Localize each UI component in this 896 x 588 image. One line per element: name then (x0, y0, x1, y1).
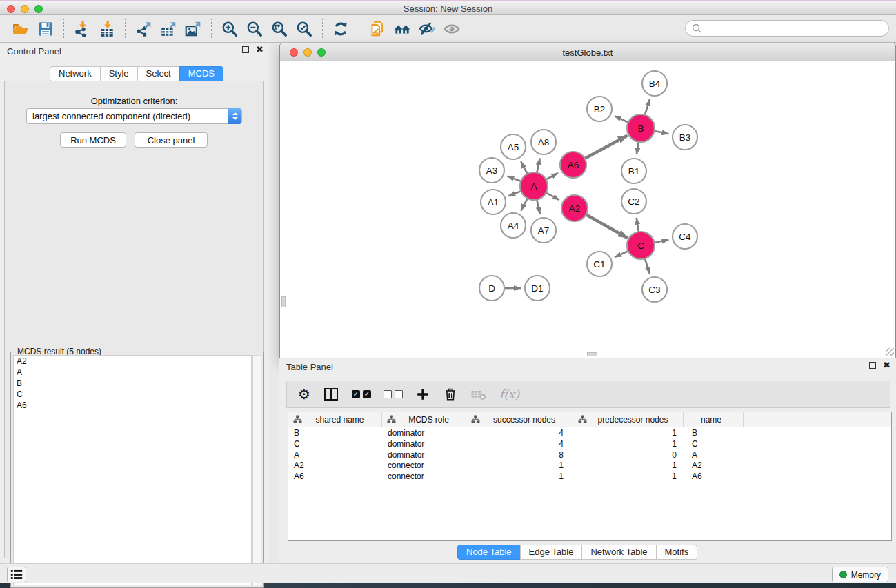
tab-network-table[interactable]: Network Table (581, 545, 656, 560)
search-field[interactable] (685, 20, 889, 37)
graph-edge-C-C1[interactable] (615, 251, 629, 257)
graph-edge-B-B4[interactable] (645, 99, 650, 116)
graph-node-A3[interactable]: A3 (479, 158, 504, 183)
graph-edge-C-C3[interactable] (645, 258, 650, 274)
zoom-fit-button[interactable] (267, 18, 292, 40)
save-session-button[interactable] (33, 18, 58, 40)
zoom-selected-button[interactable] (292, 18, 317, 40)
tab-edge-table[interactable]: Edge Table (520, 545, 583, 560)
zoom-out-button[interactable] (242, 18, 267, 40)
graph-node-C[interactable]: C (627, 232, 655, 259)
graph-node-B3[interactable]: B3 (673, 125, 697, 150)
close-panel-icon[interactable]: ✖ (256, 45, 263, 54)
graph-node-A5[interactable]: A5 (501, 134, 526, 159)
graph-edge-C-C2[interactable] (637, 218, 639, 233)
graph-node-A7[interactable]: A7 (531, 218, 556, 243)
result-item[interactable]: B (14, 378, 251, 389)
import-table-button[interactable] (94, 18, 119, 40)
column-header[interactable]: predecessor nodes (573, 412, 684, 427)
hide-selected-button[interactable] (415, 18, 439, 40)
tab-node-table[interactable]: Node Table (457, 545, 521, 560)
graph-node-C3[interactable]: C3 (642, 277, 667, 302)
graph-node-A2[interactable]: A2 (561, 195, 588, 221)
tab-mcds[interactable]: MCDS (179, 66, 223, 81)
graph-edge-C-C4[interactable] (654, 240, 669, 243)
column-header[interactable]: MCDS role (382, 412, 466, 427)
table-row[interactable]: A6connector11A6 (288, 471, 891, 482)
graph-node-A4[interactable]: A4 (501, 213, 526, 238)
graph-edge-A-A2[interactable] (546, 192, 559, 200)
home-button[interactable] (390, 18, 415, 40)
graph-node-C1[interactable]: C1 (587, 252, 612, 276)
column-header[interactable]: successor nodes (466, 412, 573, 427)
table-row[interactable]: Adominator80A (288, 449, 891, 460)
graph-node-B4[interactable]: B4 (642, 71, 667, 96)
network-canvas[interactable]: AA1A2A3A4A5A6A7A8BB1B2B3B4CC1C2C3C4DD1 (281, 61, 895, 357)
graph-edge-A2-C[interactable] (586, 214, 628, 238)
graph-node-D1[interactable]: D1 (525, 276, 550, 301)
graph-edge-A-A7[interactable] (537, 199, 540, 214)
split-columns-button[interactable] (323, 385, 339, 403)
duplicate-network-button[interactable] (365, 18, 390, 40)
result-item[interactable]: A2 (14, 356, 251, 367)
table-row[interactable]: Cdominator41C (288, 438, 891, 449)
graph-edge-A-A5[interactable] (521, 161, 528, 174)
float-panel-icon[interactable] (869, 362, 876, 369)
graph-node-A6[interactable]: A6 (560, 152, 586, 178)
graph-node-D[interactable]: D (479, 276, 504, 301)
import-network-button[interactable] (70, 18, 94, 40)
graph-node-A[interactable]: A (520, 172, 548, 200)
refresh-button[interactable] (328, 18, 353, 40)
close-panel-icon[interactable]: ✖ (883, 361, 890, 369)
select-all-columns-button[interactable]: ✓✓ (352, 385, 371, 403)
horizontal-scrollbar-thumb[interactable] (587, 352, 597, 356)
graph-node-B[interactable]: B (627, 114, 655, 142)
zoom-in-button[interactable] (217, 18, 242, 40)
resize-grip[interactable] (886, 348, 894, 356)
vertical-scrollbar-thumb[interactable] (281, 296, 286, 307)
graph-node-A1[interactable]: A1 (481, 190, 506, 214)
graph-edge-B-B2[interactable] (615, 116, 629, 123)
result-item[interactable]: C (14, 389, 251, 400)
search-input[interactable] (702, 23, 888, 33)
graph-edge-B-B3[interactable] (654, 131, 669, 134)
graph-node-A8[interactable]: A8 (531, 130, 556, 154)
graph-node-B2[interactable]: B2 (587, 97, 612, 121)
table-row[interactable]: A2connector11A2 (288, 460, 891, 471)
graph-edge-A6-B[interactable] (584, 135, 628, 159)
table-settings-button[interactable]: ⚙ (298, 385, 310, 403)
open-session-button[interactable] (8, 18, 33, 40)
column-header[interactable]: shared name (288, 412, 382, 427)
run-mcds-button[interactable]: Run MCDS (60, 132, 126, 148)
result-item[interactable]: A6 (14, 400, 251, 411)
deselect-all-columns-button[interactable] (384, 385, 403, 403)
graph-edge-A-A6[interactable] (546, 173, 558, 180)
export-image-button[interactable] (181, 18, 206, 40)
graph-node-B1[interactable]: B1 (621, 159, 646, 183)
show-all-button[interactable] (439, 18, 464, 40)
task-history-button[interactable] (7, 567, 26, 582)
column-header[interactable]: name (684, 412, 744, 427)
tab-select[interactable]: Select (137, 66, 180, 81)
export-network-button[interactable] (131, 18, 156, 40)
export-table-button[interactable] (156, 18, 181, 40)
graph-node-C2[interactable]: C2 (621, 189, 646, 214)
tab-style[interactable]: Style (100, 66, 138, 81)
result-item[interactable]: A (14, 367, 251, 378)
graph-edge-A-A8[interactable] (537, 158, 540, 173)
result-scrollbar[interactable] (252, 355, 261, 585)
graph-edge-A-A3[interactable] (507, 176, 521, 181)
tab-network[interactable]: Network (50, 66, 101, 81)
delete-column-button[interactable] (443, 385, 458, 403)
tab-motifs[interactable]: Motifs (656, 545, 698, 560)
add-column-button[interactable] (415, 385, 430, 403)
close-panel-button[interactable]: Close panel (135, 132, 208, 148)
table-row[interactable]: Bdominator41B (288, 427, 891, 438)
graph-edge-A-A4[interactable] (521, 198, 528, 211)
graph-edge-A-A1[interactable] (508, 191, 521, 196)
graph-edge-B-B1[interactable] (637, 141, 639, 155)
graph-node-C4[interactable]: C4 (673, 224, 697, 249)
memory-button[interactable]: Memory (832, 567, 888, 582)
float-panel-icon[interactable] (242, 46, 249, 53)
criterion-dropdown[interactable]: largest connected component (directed) (26, 108, 242, 124)
